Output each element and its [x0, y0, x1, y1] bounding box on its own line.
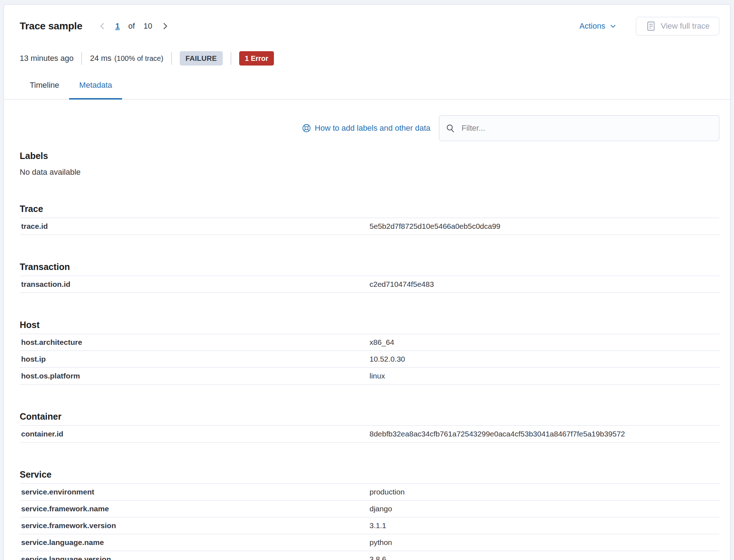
section-title: Transaction [20, 261, 719, 273]
row-key: service.language.name [20, 539, 370, 546]
table-row: host.architecturex86_64 [20, 334, 719, 351]
page-title: Trace sample [20, 20, 82, 33]
row-key: host.ip [20, 355, 370, 363]
section-title: Host [20, 319, 719, 331]
no-data-text: No data available [20, 168, 719, 177]
row-value: python [370, 539, 719, 546]
section-title: Trace [20, 203, 719, 215]
view-full-trace-button[interactable]: View full trace [636, 17, 719, 35]
row-value: 3.1.1 [370, 522, 719, 530]
trace-pagination: 1 of 10 [90, 21, 169, 31]
divider [171, 52, 172, 65]
actions-label: Actions [579, 21, 605, 31]
filter-field [439, 115, 719, 141]
result-status-badge: FAILURE [180, 51, 223, 66]
help-link-label: How to add labels and other data [315, 124, 430, 133]
next-trace-button[interactable] [161, 22, 169, 30]
trace-duration-percent: (100% of trace) [114, 54, 163, 63]
row-value: 10.52.0.30 [370, 355, 719, 363]
metadata-section: Transaction transaction.idc2ed710474f5e4… [20, 261, 719, 293]
row-value: 8debfb32ea8ac34cfb761a72543299e0aca4cf53… [370, 430, 719, 438]
header-actions-group: Actions View full trace [577, 17, 719, 35]
table-row: service.framework.version3.1.1 [20, 517, 719, 534]
row-value: production [370, 488, 719, 496]
table-row: container.id8debfb32ea8ac34cfb761a725432… [20, 425, 719, 443]
tab-timeline[interactable]: Timeline [20, 80, 69, 99]
row-key: transaction.id [20, 280, 370, 288]
row-value: 5e5b2d7f8725d10e5466a0eb5c0dca99 [370, 222, 719, 230]
row-key: service.environment [20, 488, 370, 496]
row-value: c2ed710474f5e483 [370, 280, 719, 288]
section-table: container.id8debfb32ea8ac34cfb761a725432… [20, 425, 719, 443]
metadata-section: Container container.id8debfb32ea8ac34cfb… [20, 410, 719, 443]
table-row: service.framework.namedjango [20, 500, 719, 517]
help-link[interactable]: How to add labels and other data [302, 124, 430, 133]
trace-timestamp: 13 minutes ago [20, 54, 73, 63]
section-table: host.architecturex86_64host.ip10.52.0.30… [20, 334, 719, 385]
lifebuoy-icon [302, 124, 311, 133]
section-title: Labels [20, 150, 719, 162]
table-row: service.environmentproduction [20, 483, 719, 500]
search-icon [446, 124, 455, 133]
chevron-down-icon [609, 23, 617, 30]
pagination-total: 10 [144, 21, 152, 31]
row-value: django [370, 505, 719, 513]
chevron-left-icon [98, 22, 107, 30]
trace-sample-panel: Trace sample 1 of 10 Actions [4, 4, 730, 560]
trace-meta-row: 13 minutes ago 24 ms (100% of trace) FAI… [20, 51, 719, 66]
pagination-of-label: of [128, 21, 135, 31]
metadata-section: Trace trace.id5e5b2d7f8725d10e5466a0eb5c… [20, 203, 719, 235]
metadata-section: Service service.environmentproductionser… [20, 468, 719, 560]
table-row: host.os.platformlinux [20, 367, 719, 385]
divider [231, 52, 231, 65]
tab-metadata[interactable]: Metadata [69, 80, 122, 99]
panel-header: Trace sample 1 of 10 Actions [20, 17, 719, 35]
metadata-toolbar: How to add labels and other data [20, 115, 719, 141]
section-title: Service [20, 468, 719, 481]
table-row: service.language.version3.8.6 [20, 551, 719, 560]
trace-duration: 24 ms [90, 54, 111, 63]
row-key: host.os.platform [20, 372, 370, 380]
actions-menu-button[interactable]: Actions [577, 21, 619, 31]
row-key: service.language.version [20, 555, 370, 560]
section-table: transaction.idc2ed710474f5e483 [20, 276, 719, 293]
metadata-section: Host host.architecturex86_64host.ip10.52… [20, 319, 719, 385]
table-row: trace.id5e5b2d7f8725d10e5466a0eb5c0dca99 [20, 218, 719, 235]
filter-input[interactable] [461, 123, 713, 133]
table-row: transaction.idc2ed710474f5e483 [20, 276, 719, 293]
error-count-badge[interactable]: 1 Error [239, 51, 274, 66]
table-row: host.ip10.52.0.30 [20, 351, 719, 367]
row-value: x86_64 [370, 338, 719, 346]
divider [81, 52, 82, 65]
metadata-section: Labels No data available [20, 150, 719, 177]
section-title: Container [20, 410, 719, 423]
row-key: host.architecture [20, 338, 370, 346]
row-key: trace.id [20, 222, 370, 230]
view-full-trace-label: View full trace [661, 21, 710, 31]
section-table: trace.id5e5b2d7f8725d10e5466a0eb5c0dca99 [20, 218, 719, 235]
table-row: service.language.namepython [20, 534, 719, 551]
row-key: container.id [20, 430, 370, 438]
row-key: service.framework.name [20, 505, 370, 513]
current-page-link[interactable]: 1 [115, 21, 120, 31]
prev-trace-button[interactable] [98, 22, 107, 30]
chevron-right-icon [161, 22, 169, 30]
trace-tabs: Timeline Metadata [4, 80, 730, 100]
row-value: 3.8.6 [370, 555, 719, 560]
document-icon [646, 21, 656, 32]
metadata-sections: Labels No data available Trace trace.id5… [20, 150, 719, 560]
row-key: service.framework.version [20, 522, 370, 530]
section-table: service.environmentproductionservice.fra… [20, 483, 719, 560]
row-value: linux [370, 372, 719, 380]
